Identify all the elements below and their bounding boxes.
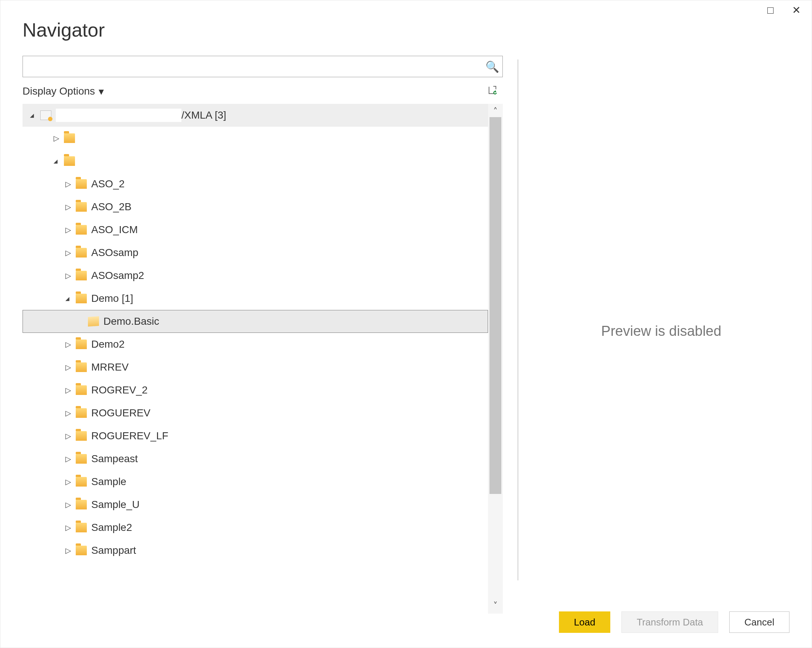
tree-root-label: /XMLA [3] bbox=[182, 109, 226, 121]
expand-icon[interactable]: ▷ bbox=[66, 431, 76, 440]
tree-item[interactable]: ▷ASO_2B bbox=[23, 196, 488, 219]
tree-item-label: Sample_U bbox=[91, 499, 140, 510]
tree-item[interactable]: ▷Sample_U bbox=[23, 493, 488, 516]
tree-item-label: Demo2 bbox=[91, 338, 125, 350]
tree-item[interactable]: ◢ bbox=[23, 150, 488, 173]
tree-item-label: Sampeast bbox=[91, 453, 138, 465]
window-controls: □ ✕ bbox=[767, 4, 801, 16]
tree-item[interactable]: ▷Sample bbox=[23, 470, 488, 493]
expand-icon[interactable]: ▷ bbox=[66, 248, 76, 257]
expand-icon[interactable]: ▷ bbox=[66, 477, 76, 486]
folder-icon bbox=[76, 179, 87, 189]
expand-icon[interactable]: ▷ bbox=[66, 180, 76, 188]
display-options-label: Display Options bbox=[23, 86, 95, 97]
tree-item[interactable]: ▷ROGUEREV_LF bbox=[23, 425, 488, 448]
expand-icon[interactable]: ▷ bbox=[66, 523, 76, 532]
folder-icon bbox=[76, 294, 87, 303]
folder-icon bbox=[76, 431, 87, 441]
tree-item-label: MRREV bbox=[91, 361, 128, 373]
tree-view: ◢/XMLA [3]▷◢▷ASO_2▷ASO_2B▷ASO_ICM▷ASOsam… bbox=[23, 104, 503, 614]
search-box[interactable]: 🔍 bbox=[23, 56, 503, 77]
vertical-divider bbox=[517, 60, 518, 581]
tree-item[interactable]: ▷Sampeast bbox=[23, 448, 488, 470]
tree-item[interactable]: ▷ASOsamp bbox=[23, 241, 488, 264]
transform-data-button: Transform Data bbox=[621, 611, 718, 633]
display-options-dropdown[interactable]: Display Options ▾ bbox=[23, 86, 104, 98]
folder-icon bbox=[76, 202, 87, 212]
folder-icon bbox=[76, 523, 87, 532]
scroll-up-icon[interactable]: ˄ bbox=[493, 106, 498, 117]
expand-icon[interactable]: ▷ bbox=[66, 225, 76, 234]
dialog-title: Navigator bbox=[23, 19, 789, 41]
dialog-header: Navigator bbox=[0, 0, 812, 48]
folder-icon bbox=[76, 271, 87, 280]
load-button[interactable]: Load bbox=[559, 611, 611, 633]
tree-item-label: Samppart bbox=[91, 544, 136, 556]
folder-icon bbox=[76, 546, 87, 555]
tree-item-label: ASO_2B bbox=[91, 201, 131, 213]
folder-icon bbox=[76, 385, 87, 395]
tree-item[interactable]: ▷ bbox=[23, 127, 488, 150]
folder-icon bbox=[64, 133, 75, 143]
folder-icon bbox=[76, 454, 87, 464]
tree-item-label: ASO_2 bbox=[91, 178, 125, 190]
tree-item-label: ROGUEREV_LF bbox=[91, 430, 168, 442]
tree-root[interactable]: ◢/XMLA [3] bbox=[23, 104, 488, 127]
expand-icon[interactable]: ▷ bbox=[66, 363, 76, 371]
tree-item-label: ROGREV_2 bbox=[91, 384, 148, 396]
tree-item-label: Sample2 bbox=[91, 522, 132, 533]
collapse-icon[interactable]: ◢ bbox=[30, 112, 40, 118]
tree-item[interactable]: ▷Demo2 bbox=[23, 333, 488, 356]
maximize-icon[interactable]: □ bbox=[767, 5, 774, 16]
tree-item-label: ASOsamp bbox=[91, 247, 139, 258]
scroll-down-icon[interactable]: ˅ bbox=[493, 601, 498, 611]
folder-icon bbox=[76, 248, 87, 257]
preview-panel: Preview is disabled bbox=[533, 48, 789, 614]
search-input[interactable] bbox=[23, 56, 482, 77]
expand-icon[interactable]: ▷ bbox=[66, 386, 76, 394]
expand-icon[interactable]: ▷ bbox=[66, 409, 76, 417]
folder-icon bbox=[76, 362, 87, 372]
cancel-button[interactable]: Cancel bbox=[729, 611, 789, 633]
tree-item[interactable]: ▷MRREV bbox=[23, 356, 488, 379]
navigator-dialog: □ ✕ Navigator 🔍 Display Options ▾ ◢/XMLA… bbox=[0, 0, 812, 648]
expand-icon[interactable]: ▷ bbox=[66, 202, 76, 211]
collapse-icon[interactable]: ◢ bbox=[53, 158, 64, 164]
folder-icon bbox=[76, 477, 87, 486]
tree-item-label: Demo [1] bbox=[91, 293, 133, 304]
tree-item-label: Demo.Basic bbox=[104, 315, 159, 327]
folder-icon bbox=[76, 408, 87, 418]
scrollbar[interactable]: ˄ ˅ bbox=[488, 104, 503, 614]
tree-item[interactable]: ▷ASO_ICM bbox=[23, 219, 488, 241]
chevron-down-icon: ▾ bbox=[99, 86, 104, 98]
expand-icon[interactable]: ▷ bbox=[53, 134, 64, 143]
tree-item-label: ASO_ICM bbox=[91, 224, 138, 236]
close-icon[interactable]: ✕ bbox=[792, 4, 801, 16]
tree-item[interactable]: ▷ASO_2 bbox=[23, 173, 488, 196]
tree-item-label: Sample bbox=[91, 476, 126, 488]
folder-icon bbox=[64, 156, 75, 166]
expand-icon[interactable]: ▷ bbox=[66, 546, 76, 555]
tree-item[interactable]: ▷Sample2 bbox=[23, 516, 488, 539]
search-icon[interactable]: 🔍 bbox=[482, 56, 502, 77]
folder-icon bbox=[76, 225, 87, 235]
collapse-icon[interactable]: ◢ bbox=[66, 295, 76, 301]
expand-icon[interactable]: ▷ bbox=[66, 271, 76, 280]
tree-item[interactable]: ▷Samppart bbox=[23, 539, 488, 562]
tree-item[interactable]: ▷ROGREV_2 bbox=[23, 379, 488, 402]
folder-icon bbox=[76, 339, 87, 349]
tree-item[interactable]: ▷ASOsamp2 bbox=[23, 264, 488, 287]
tree-item[interactable]: Demo.Basic bbox=[23, 310, 488, 333]
expand-icon[interactable]: ▷ bbox=[66, 340, 76, 349]
tree-item[interactable]: ▷ROGUEREV bbox=[23, 402, 488, 425]
tree-item-label: ROGUEREV bbox=[91, 407, 150, 419]
db-icon bbox=[40, 110, 51, 120]
left-panel: 🔍 Display Options ▾ ◢/XMLA [3]▷◢▷ASO_2▷A… bbox=[23, 48, 503, 614]
expand-icon[interactable]: ▷ bbox=[66, 500, 76, 509]
expand-icon[interactable]: ▷ bbox=[66, 454, 76, 463]
cube-icon bbox=[88, 316, 99, 327]
tree-item[interactable]: ◢Demo [1] bbox=[23, 287, 488, 310]
refresh-icon[interactable] bbox=[487, 85, 503, 98]
scroll-thumb[interactable] bbox=[490, 117, 501, 494]
preview-message: Preview is disabled bbox=[601, 323, 721, 339]
